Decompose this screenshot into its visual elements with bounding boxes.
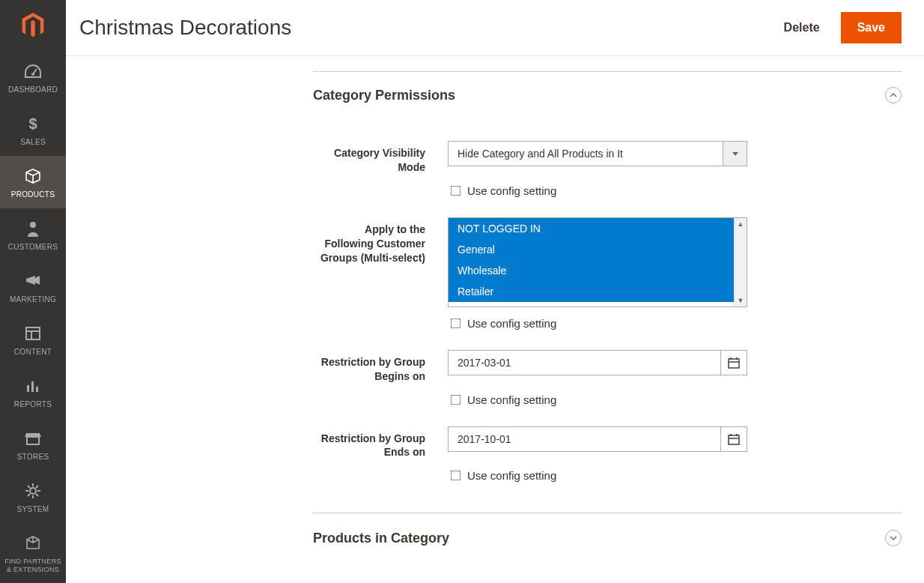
calendar-icon — [728, 433, 740, 445]
svg-rect-9 — [36, 387, 38, 392]
section-category-permissions: Category Permissions Category Visibility… — [313, 71, 902, 483]
sidebar-item-products[interactable]: PRODUCTS — [0, 156, 66, 208]
checkbox-groups-use-config-input[interactable] — [451, 318, 461, 328]
label-restriction-end: Restriction by Group Ends on — [313, 426, 448, 460]
svg-line-19 — [36, 486, 38, 488]
checkbox-groups-use-config[interactable]: Use config setting — [448, 316, 556, 330]
sidebar-item-customers[interactable]: CUSTOMERS — [0, 208, 66, 261]
expand-button-products[interactable] — [885, 530, 902, 546]
section-products-in-category: Products in Category — [313, 513, 902, 546]
admin-sidebar: DASHBOARD $ SALES PRODUCTS CUSTOMERS MAR… — [0, 0, 66, 583]
page-header: Christmas Decorations Delete Save — [66, 0, 924, 56]
delete-button[interactable]: Delete — [784, 21, 820, 34]
select-visibility-mode[interactable] — [448, 141, 747, 166]
svg-point-3 — [30, 222, 36, 228]
save-button[interactable]: Save — [841, 12, 902, 43]
checkbox-begin-use-config[interactable]: Use config setting — [448, 393, 556, 407]
multiselect-scrollbar[interactable]: ▲ ▼ — [734, 218, 747, 306]
svg-line-18 — [28, 494, 30, 496]
sidebar-item-reports[interactable]: REPORTS — [0, 366, 66, 418]
checkbox-begin-use-config-label: Use config setting — [467, 393, 556, 406]
svg-line-16 — [28, 486, 30, 488]
label-restriction-begin: Restriction by Group Begins on — [313, 350, 448, 384]
datepicker-button-begin[interactable] — [720, 350, 747, 375]
person-icon — [3, 219, 63, 238]
magento-logo-icon — [20, 13, 46, 38]
datepicker-button-end[interactable] — [720, 426, 747, 452]
magento-logo[interactable] — [0, 0, 66, 51]
gear-icon — [3, 481, 63, 501]
calendar-icon — [728, 357, 740, 369]
svg-rect-10 — [27, 437, 39, 444]
store-icon — [3, 429, 63, 448]
checkbox-end-use-config[interactable]: Use config setting — [448, 468, 556, 483]
caret-down-icon — [732, 152, 738, 156]
bars-icon — [3, 376, 63, 396]
svg-rect-20 — [729, 359, 739, 368]
select-visibility-mode-value[interactable] — [448, 141, 723, 166]
svg-line-1 — [33, 69, 37, 74]
svg-line-17 — [36, 494, 38, 496]
sidebar-item-find-partners[interactable]: FIND PARTNERS & EXTENSIONS — [0, 523, 66, 583]
sidebar-item-sales[interactable]: $ SALES — [0, 103, 66, 156]
sidebar-item-marketing[interactable]: MARKETING — [0, 261, 66, 313]
checkbox-begin-use-config-input[interactable] — [451, 394, 461, 405]
checkbox-visibility-use-config[interactable]: Use config setting — [448, 184, 556, 198]
layout-icon — [3, 324, 63, 343]
svg-rect-8 — [31, 381, 34, 392]
multiselect-option[interactable]: Retailer — [449, 281, 734, 302]
checkbox-visibility-use-config-label: Use config setting — [467, 184, 556, 197]
svg-rect-4 — [26, 327, 40, 339]
section-title-products: Products in Category — [313, 531, 449, 546]
page-title: Christmas Decorations — [79, 16, 291, 40]
collapse-button-permissions[interactable] — [885, 87, 902, 103]
multiselect-option[interactable]: General — [449, 239, 734, 260]
scroll-up-icon[interactable]: ▲ — [735, 218, 747, 230]
sidebar-item-dashboard[interactable]: DASHBOARD — [0, 51, 66, 103]
chevron-down-icon — [890, 536, 897, 540]
multiselect-option[interactable]: Wholesale — [449, 260, 734, 281]
label-customer-groups: Apply to the Following Customer Groups (… — [313, 217, 448, 265]
input-restriction-end[interactable] — [448, 426, 720, 452]
svg-text:$: $ — [28, 115, 37, 132]
scroll-down-icon[interactable]: ▼ — [735, 294, 747, 306]
chevron-up-icon — [890, 93, 897, 97]
svg-point-11 — [30, 488, 36, 494]
select-visibility-mode-toggle[interactable] — [723, 141, 747, 166]
checkbox-end-use-config-input[interactable] — [451, 471, 461, 481]
svg-rect-24 — [729, 435, 739, 444]
sidebar-item-stores[interactable]: STORES — [0, 418, 66, 471]
sidebar-item-content[interactable]: CONTENT — [0, 313, 66, 366]
input-restriction-begin[interactable] — [448, 350, 720, 375]
checkbox-visibility-use-config-input[interactable] — [451, 185, 461, 196]
megaphone-icon — [3, 271, 63, 291]
svg-rect-7 — [27, 385, 29, 392]
multiselect-option[interactable]: NOT LOGGED IN — [449, 218, 734, 239]
section-title-permissions: Category Permissions — [313, 88, 455, 103]
dashboard-icon — [3, 61, 63, 81]
label-visibility-mode: Category Visibility Mode — [313, 141, 448, 175]
dollar-icon: $ — [3, 114, 63, 133]
sidebar-item-system[interactable]: SYSTEM — [0, 471, 66, 523]
checkbox-end-use-config-label: Use config setting — [467, 469, 556, 482]
multiselect-customer-groups[interactable]: NOT LOGGED IN General Wholesale Retailer… — [448, 217, 747, 307]
box-icon — [3, 166, 63, 186]
checkbox-groups-use-config-label: Use config setting — [467, 317, 556, 330]
puzzle-icon — [3, 534, 63, 553]
